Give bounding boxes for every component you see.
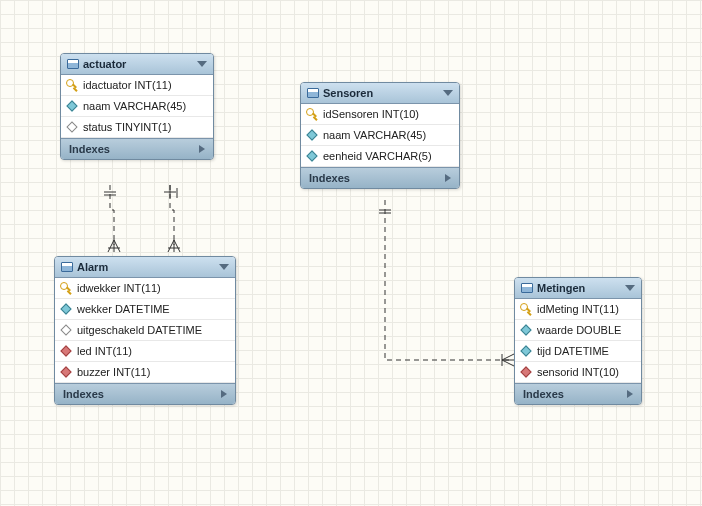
- entity-title: actuator: [79, 58, 197, 70]
- entity-header-metingen[interactable]: Metingen: [515, 278, 641, 299]
- entity-title: Alarm: [73, 261, 219, 273]
- table-icon: [67, 59, 79, 69]
- collapse-icon[interactable]: [219, 264, 229, 270]
- indexes-footer[interactable]: Indexes: [301, 167, 459, 188]
- column-row[interactable]: buzzer INT(11): [55, 362, 235, 383]
- indexes-label: Indexes: [63, 388, 104, 400]
- column-row[interactable]: idSensoren INT(10): [301, 104, 459, 125]
- column-row[interactable]: eenheid VARCHAR(5): [301, 146, 459, 167]
- expand-icon: [199, 145, 205, 153]
- key-icon: [67, 80, 77, 90]
- diamond-cyan-icon: [520, 324, 531, 335]
- column-name: wekker DATETIME: [77, 303, 170, 315]
- table-icon: [307, 88, 319, 98]
- indexes-footer[interactable]: Indexes: [55, 383, 235, 404]
- column-row[interactable]: status TINYINT(1): [61, 117, 213, 138]
- column-name: naam VARCHAR(45): [83, 100, 186, 112]
- column-row[interactable]: waarde DOUBLE: [515, 320, 641, 341]
- column-row[interactable]: sensorid INT(10): [515, 362, 641, 383]
- expand-icon: [627, 390, 633, 398]
- diamond-white-icon: [60, 324, 71, 335]
- diamond-cyan-icon: [306, 150, 317, 161]
- column-name: buzzer INT(11): [77, 366, 150, 378]
- diamond-cyan-icon: [520, 345, 531, 356]
- collapse-icon[interactable]: [197, 61, 207, 67]
- diamond-cyan-icon: [60, 303, 71, 314]
- collapse-icon[interactable]: [443, 90, 453, 96]
- column-row[interactable]: naam VARCHAR(45): [61, 96, 213, 117]
- column-name: idactuator INT(11): [83, 79, 172, 91]
- diamond-red-icon: [520, 366, 531, 377]
- entity-actuator[interactable]: actuator idactuator INT(11) naam VARCHAR…: [60, 53, 214, 160]
- key-icon: [307, 109, 317, 119]
- column-row[interactable]: idMeting INT(11): [515, 299, 641, 320]
- entity-metingen[interactable]: Metingen idMeting INT(11) waarde DOUBLE …: [514, 277, 642, 405]
- indexes-footer[interactable]: Indexes: [61, 138, 213, 159]
- diamond-cyan-icon: [306, 129, 317, 140]
- column-row[interactable]: naam VARCHAR(45): [301, 125, 459, 146]
- expand-icon: [445, 174, 451, 182]
- column-name: naam VARCHAR(45): [323, 129, 426, 141]
- entity-title: Metingen: [533, 282, 625, 294]
- column-name: led INT(11): [77, 345, 132, 357]
- column-row[interactable]: idwekker INT(11): [55, 278, 235, 299]
- entity-sensoren[interactable]: Sensoren idSensoren INT(10) naam VARCHAR…: [300, 82, 460, 189]
- column-row[interactable]: uitgeschakeld DATETIME: [55, 320, 235, 341]
- entity-title: Sensoren: [319, 87, 443, 99]
- diamond-cyan-icon: [66, 100, 77, 111]
- key-icon: [521, 304, 531, 314]
- diamond-white-icon: [66, 121, 77, 132]
- column-name: idSensoren INT(10): [323, 108, 419, 120]
- entity-header-sensoren[interactable]: Sensoren: [301, 83, 459, 104]
- column-name: tijd DATETIME: [537, 345, 609, 357]
- key-icon: [61, 283, 71, 293]
- column-row[interactable]: led INT(11): [55, 341, 235, 362]
- entity-alarm[interactable]: Alarm idwekker INT(11) wekker DATETIME u…: [54, 256, 236, 405]
- entity-header-alarm[interactable]: Alarm: [55, 257, 235, 278]
- indexes-label: Indexes: [523, 388, 564, 400]
- column-name: uitgeschakeld DATETIME: [77, 324, 202, 336]
- collapse-icon[interactable]: [625, 285, 635, 291]
- indexes-footer[interactable]: Indexes: [515, 383, 641, 404]
- column-name: status TINYINT(1): [83, 121, 171, 133]
- column-name: idwekker INT(11): [77, 282, 161, 294]
- column-row[interactable]: wekker DATETIME: [55, 299, 235, 320]
- column-row[interactable]: tijd DATETIME: [515, 341, 641, 362]
- table-icon: [521, 283, 533, 293]
- column-name: sensorid INT(10): [537, 366, 619, 378]
- diamond-red-icon: [60, 366, 71, 377]
- column-name: waarde DOUBLE: [537, 324, 621, 336]
- column-row[interactable]: idactuator INT(11): [61, 75, 213, 96]
- indexes-label: Indexes: [309, 172, 350, 184]
- column-name: idMeting INT(11): [537, 303, 619, 315]
- diamond-red-icon: [60, 345, 71, 356]
- table-icon: [61, 262, 73, 272]
- indexes-label: Indexes: [69, 143, 110, 155]
- expand-icon: [221, 390, 227, 398]
- entity-header-actuator[interactable]: actuator: [61, 54, 213, 75]
- column-name: eenheid VARCHAR(5): [323, 150, 432, 162]
